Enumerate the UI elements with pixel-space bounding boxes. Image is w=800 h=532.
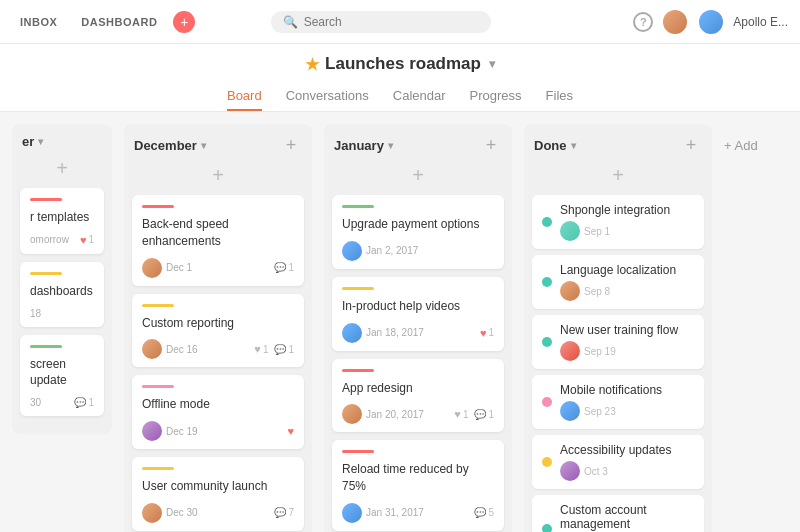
- heart-icon: ♥: [254, 343, 261, 355]
- done-card-2[interactable]: Language localization Sep 8: [532, 255, 704, 309]
- avatar-user2[interactable]: [697, 8, 725, 36]
- card-january-3[interactable]: App redesign Jan 20, 2017 ♥1 💬1: [332, 359, 504, 433]
- card-actions: 💬1: [274, 262, 294, 273]
- heart-icon: ♥: [80, 234, 87, 246]
- col-add-button-december[interactable]: +: [280, 134, 302, 156]
- column-partial: er ▾ + r templates omorrow ♥1 dashboards…: [12, 124, 112, 434]
- heart-icon: ♥: [287, 425, 294, 437]
- column-title-done[interactable]: Done ▾: [534, 138, 576, 153]
- done-card-1[interactable]: Shpongle integration Sep 1: [532, 195, 704, 249]
- card-footer: Jan 20, 2017 ♥1 💬1: [342, 404, 494, 424]
- done-card-5[interactable]: Accessibility updates Oct 3: [532, 435, 704, 489]
- comment-action[interactable]: 💬1: [474, 409, 494, 420]
- done-date: Oct 3: [584, 466, 608, 477]
- search-bar: 🔍: [271, 11, 491, 33]
- card-date: Jan 2, 2017: [366, 245, 418, 256]
- col-add-center-december[interactable]: +: [212, 164, 224, 187]
- heart-action[interactable]: ♥: [287, 425, 294, 437]
- card-december-3[interactable]: Offline mode Dec 19 ♥: [132, 375, 304, 449]
- card-january-4[interactable]: Reload time reduced by 75% Jan 31, 2017 …: [332, 440, 504, 531]
- done-card-6[interactable]: Custom account management Oct...: [532, 495, 704, 532]
- card-date: 18: [30, 308, 41, 319]
- comment-icon: 💬: [274, 507, 286, 518]
- card-avatar: [560, 461, 580, 481]
- col-add-center-done[interactable]: +: [612, 164, 624, 187]
- comment-action[interactable]: 💬1: [274, 262, 294, 273]
- comment-action[interactable]: 💬5: [474, 507, 494, 518]
- card-meta: Jan 2, 2017: [342, 241, 418, 261]
- tab-files[interactable]: Files: [546, 82, 573, 111]
- done-title: Custom account management: [560, 503, 694, 531]
- card-title: Custom reporting: [142, 315, 294, 332]
- tab-board[interactable]: Board: [227, 82, 262, 111]
- nav-inbox[interactable]: INBOX: [12, 12, 65, 32]
- col-add-button-partial[interactable]: +: [56, 157, 68, 180]
- card-partial-2[interactable]: dashboards 18: [20, 262, 104, 327]
- done-dot: [542, 277, 552, 287]
- col-add-button-done[interactable]: +: [680, 134, 702, 156]
- card-partial-1[interactable]: r templates omorrow ♥1: [20, 188, 104, 254]
- title-chevron-icon[interactable]: ▾: [489, 57, 495, 71]
- help-button[interactable]: ?: [633, 12, 653, 32]
- card-footer: Jan 18, 2017 ♥1: [342, 323, 494, 343]
- heart-action[interactable]: ♥1: [254, 343, 268, 355]
- done-card-4[interactable]: Mobile notifications Sep 23: [532, 375, 704, 429]
- done-title: Shpongle integration: [560, 203, 694, 217]
- project-name[interactable]: Launches roadmap: [325, 54, 481, 74]
- card-december-4[interactable]: User community launch Dec 30 💬7: [132, 457, 304, 531]
- card-meta: Jan 18, 2017: [342, 323, 424, 343]
- create-button[interactable]: +: [173, 11, 195, 33]
- heart-action[interactable]: ♥1: [80, 234, 94, 246]
- done-dot: [542, 217, 552, 227]
- tab-conversations[interactable]: Conversations: [286, 82, 369, 111]
- column-title-december[interactable]: December ▾: [134, 138, 206, 153]
- card-partial-3[interactable]: screen update 30 💬1: [20, 335, 104, 417]
- done-date: Sep 19: [584, 346, 616, 357]
- card-avatar: [342, 503, 362, 523]
- column-title-partial[interactable]: er ▾: [22, 134, 43, 149]
- card-december-2[interactable]: Custom reporting Dec 16 ♥1 💬1: [132, 294, 304, 368]
- card-footer: 18: [30, 308, 94, 319]
- card-title: User community launch: [142, 478, 294, 495]
- heart-action[interactable]: ♥1: [480, 327, 494, 339]
- search-input[interactable]: [304, 15, 479, 29]
- card-actions: 💬1: [74, 397, 94, 408]
- tab-progress[interactable]: Progress: [470, 82, 522, 111]
- user-label: Apollo E...: [733, 15, 788, 29]
- column-header-partial: er ▾: [20, 134, 104, 149]
- nav-right: ? Apollo E...: [633, 8, 788, 36]
- heart-icon: ♥: [454, 408, 461, 420]
- nav-dashboard[interactable]: DASHBOARD: [73, 12, 165, 32]
- add-column-button[interactable]: + Add: [724, 124, 800, 153]
- col-chevron-icon: ▾: [38, 136, 43, 147]
- tab-calendar[interactable]: Calendar: [393, 82, 446, 111]
- project-tabs: Board Conversations Calendar Progress Fi…: [0, 82, 800, 111]
- card-actions: ♥1: [480, 327, 494, 339]
- heart-action[interactable]: ♥1: [454, 408, 468, 420]
- card-title: r templates: [30, 209, 94, 226]
- card-footer: Dec 30 💬7: [142, 503, 294, 523]
- card-december-1[interactable]: Back-end speed enhancements Dec 1 💬1: [132, 195, 304, 286]
- column-january: January ▾ + + Upgrade payment options Ja…: [324, 124, 512, 532]
- column-header-january: January ▾ +: [332, 134, 504, 156]
- card-january-1[interactable]: Upgrade payment options Jan 2, 2017: [332, 195, 504, 269]
- col-add-center-january[interactable]: +: [412, 164, 424, 187]
- card-footer: Jan 2, 2017: [342, 241, 494, 261]
- card-meta: Dec 30: [142, 503, 198, 523]
- comment-action[interactable]: 💬1: [74, 397, 94, 408]
- comment-action[interactable]: 💬1: [274, 344, 294, 355]
- card-avatar: [342, 241, 362, 261]
- card-footer: Dec 1 💬1: [142, 258, 294, 278]
- avatar-user1[interactable]: [661, 8, 689, 36]
- done-title: New user training flow: [560, 323, 694, 337]
- card-footer: Dec 16 ♥1 💬1: [142, 339, 294, 359]
- done-dot: [542, 524, 552, 532]
- col-add-button-january[interactable]: +: [480, 134, 502, 156]
- comment-action[interactable]: 💬7: [274, 507, 294, 518]
- card-january-2[interactable]: In-product help videos Jan 18, 2017 ♥1: [332, 277, 504, 351]
- done-dot: [542, 337, 552, 347]
- column-title-january[interactable]: January ▾: [334, 138, 393, 153]
- card-actions: 💬7: [274, 507, 294, 518]
- card-bar: [342, 369, 374, 372]
- done-card-3[interactable]: New user training flow Sep 19: [532, 315, 704, 369]
